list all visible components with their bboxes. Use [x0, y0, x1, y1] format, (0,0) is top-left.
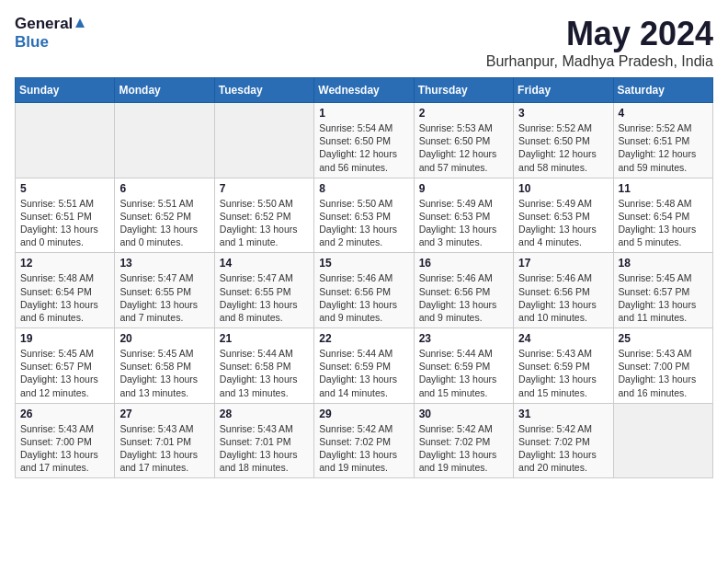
day-info: Sunrise: 5:44 AMSunset: 6:58 PMDaylight:…: [220, 347, 309, 399]
logo-triangle-icon: [75, 18, 85, 28]
table-row: 28Sunrise: 5:43 AMSunset: 7:01 PMDayligh…: [214, 403, 313, 478]
header: General Blue May 2024 Burhanpur, Madhya …: [15, 15, 713, 70]
calendar-week-row: 1Sunrise: 5:54 AMSunset: 6:50 PMDaylight…: [16, 103, 713, 178]
day-info: Sunrise: 5:54 AMSunset: 6:50 PMDaylight:…: [319, 121, 408, 174]
day-info: Sunrise: 5:45 AMSunset: 6:57 PMDaylight:…: [20, 347, 109, 399]
table-row: 27Sunrise: 5:43 AMSunset: 7:01 PMDayligh…: [115, 403, 214, 478]
day-info: Sunrise: 5:42 AMSunset: 7:02 PMDaylight:…: [319, 422, 408, 475]
calendar: Sunday Monday Tuesday Wednesday Thursday…: [15, 77, 713, 478]
table-row: 24Sunrise: 5:43 AMSunset: 6:59 PMDayligh…: [514, 328, 613, 404]
table-row: 2Sunrise: 5:53 AMSunset: 6:50 PMDaylight…: [414, 103, 513, 178]
table-row: 8Sunrise: 5:50 AMSunset: 6:53 PMDaylight…: [314, 178, 414, 253]
table-row: 14Sunrise: 5:47 AMSunset: 6:55 PMDayligh…: [214, 253, 313, 328]
logo-blue: Blue: [15, 33, 49, 52]
day-number: 15: [319, 257, 408, 270]
day-number: 16: [419, 257, 508, 270]
table-row: 22Sunrise: 5:44 AMSunset: 6:59 PMDayligh…: [314, 328, 414, 404]
day-info: Sunrise: 5:43 AMSunset: 6:59 PMDaylight:…: [518, 347, 608, 399]
day-info: Sunrise: 5:44 AMSunset: 6:59 PMDaylight:…: [419, 347, 508, 399]
day-info: Sunrise: 5:46 AMSunset: 6:56 PMDaylight:…: [319, 271, 408, 324]
day-number: 4: [619, 107, 708, 120]
table-row: 6Sunrise: 5:51 AMSunset: 6:52 PMDaylight…: [115, 178, 214, 253]
table-row: 15Sunrise: 5:46 AMSunset: 6:56 PMDayligh…: [314, 253, 414, 328]
day-info: Sunrise: 5:42 AMSunset: 7:02 PMDaylight:…: [419, 422, 508, 475]
table-row: 16Sunrise: 5:46 AMSunset: 6:56 PMDayligh…: [414, 253, 513, 328]
day-info: Sunrise: 5:43 AMSunset: 7:01 PMDaylight:…: [220, 422, 309, 475]
col-friday: Friday: [514, 78, 613, 103]
table-row: 1Sunrise: 5:54 AMSunset: 6:50 PMDaylight…: [314, 103, 414, 178]
col-tuesday: Tuesday: [214, 78, 313, 103]
table-row: 5Sunrise: 5:51 AMSunset: 6:51 PMDaylight…: [16, 178, 115, 253]
day-info: Sunrise: 5:48 AMSunset: 6:54 PMDaylight:…: [619, 197, 708, 249]
day-info: Sunrise: 5:42 AMSunset: 7:02 PMDaylight:…: [518, 422, 608, 475]
day-info: Sunrise: 5:49 AMSunset: 6:53 PMDaylight:…: [419, 197, 508, 249]
table-row: [214, 103, 313, 178]
table-row: 30Sunrise: 5:42 AMSunset: 7:02 PMDayligh…: [414, 403, 513, 478]
day-info: Sunrise: 5:47 AMSunset: 6:55 PMDaylight:…: [119, 271, 209, 324]
day-number: 19: [20, 332, 109, 345]
day-number: 12: [20, 257, 109, 270]
day-info: Sunrise: 5:47 AMSunset: 6:55 PMDaylight:…: [220, 271, 309, 324]
day-number: 10: [518, 182, 608, 195]
table-row: 21Sunrise: 5:44 AMSunset: 6:58 PMDayligh…: [214, 328, 313, 404]
day-info: Sunrise: 5:46 AMSunset: 6:56 PMDaylight:…: [518, 271, 608, 324]
table-row: 4Sunrise: 5:52 AMSunset: 6:51 PMDaylight…: [613, 103, 712, 178]
day-number: 22: [319, 332, 408, 345]
table-row: 26Sunrise: 5:43 AMSunset: 7:00 PMDayligh…: [16, 403, 115, 478]
table-row: 20Sunrise: 5:45 AMSunset: 6:58 PMDayligh…: [115, 328, 214, 404]
table-row: 31Sunrise: 5:42 AMSunset: 7:02 PMDayligh…: [514, 403, 613, 478]
day-number: 23: [419, 332, 508, 345]
table-row: [613, 403, 712, 478]
day-number: 28: [220, 408, 309, 420]
day-info: Sunrise: 5:43 AMSunset: 7:00 PMDaylight:…: [619, 347, 708, 399]
day-number: 14: [220, 257, 309, 270]
logo-general: General: [15, 15, 73, 33]
day-number: 24: [518, 332, 608, 345]
day-info: Sunrise: 5:48 AMSunset: 6:54 PMDaylight:…: [20, 271, 109, 324]
table-row: 13Sunrise: 5:47 AMSunset: 6:55 PMDayligh…: [115, 253, 214, 328]
table-row: 19Sunrise: 5:45 AMSunset: 6:57 PMDayligh…: [16, 328, 115, 404]
table-row: [16, 103, 115, 178]
calendar-week-row: 26Sunrise: 5:43 AMSunset: 7:00 PMDayligh…: [16, 403, 713, 478]
table-row: 3Sunrise: 5:52 AMSunset: 6:50 PMDaylight…: [514, 103, 613, 178]
day-number: 18: [619, 257, 708, 270]
calendar-week-row: 5Sunrise: 5:51 AMSunset: 6:51 PMDaylight…: [16, 178, 713, 253]
day-number: 20: [119, 332, 209, 345]
col-wednesday: Wednesday: [314, 78, 414, 103]
table-row: 10Sunrise: 5:49 AMSunset: 6:53 PMDayligh…: [514, 178, 613, 253]
day-info: Sunrise: 5:52 AMSunset: 6:50 PMDaylight:…: [518, 121, 608, 174]
day-number: 21: [220, 332, 309, 345]
day-number: 13: [119, 257, 209, 270]
day-number: 9: [419, 182, 508, 195]
day-info: Sunrise: 5:51 AMSunset: 6:52 PMDaylight:…: [119, 197, 209, 249]
day-number: 31: [518, 408, 608, 420]
day-info: Sunrise: 5:50 AMSunset: 6:52 PMDaylight:…: [220, 197, 309, 249]
day-number: 26: [20, 408, 109, 420]
day-number: 27: [119, 408, 209, 420]
col-monday: Monday: [115, 78, 214, 103]
day-info: Sunrise: 5:43 AMSunset: 7:01 PMDaylight:…: [119, 422, 209, 475]
day-info: Sunrise: 5:52 AMSunset: 6:51 PMDaylight:…: [619, 121, 708, 174]
table-row: 23Sunrise: 5:44 AMSunset: 6:59 PMDayligh…: [414, 328, 513, 404]
day-number: 30: [419, 408, 508, 420]
day-info: Sunrise: 5:50 AMSunset: 6:53 PMDaylight:…: [319, 197, 408, 249]
calendar-week-row: 12Sunrise: 5:48 AMSunset: 6:54 PMDayligh…: [16, 253, 713, 328]
day-number: 6: [119, 182, 209, 195]
day-info: Sunrise: 5:49 AMSunset: 6:53 PMDaylight:…: [518, 197, 608, 249]
day-number: 8: [319, 182, 408, 195]
table-row: [115, 103, 214, 178]
col-saturday: Saturday: [613, 78, 712, 103]
title-block: May 2024 Burhanpur, Madhya Pradesh, Indi…: [486, 15, 713, 70]
table-row: 9Sunrise: 5:49 AMSunset: 6:53 PMDaylight…: [414, 178, 513, 253]
day-number: 5: [20, 182, 109, 195]
table-row: 12Sunrise: 5:48 AMSunset: 6:54 PMDayligh…: [16, 253, 115, 328]
day-number: 1: [319, 107, 408, 120]
main-title: May 2024: [486, 15, 713, 53]
day-info: Sunrise: 5:44 AMSunset: 6:59 PMDaylight:…: [319, 347, 408, 399]
day-info: Sunrise: 5:45 AMSunset: 6:57 PMDaylight:…: [619, 271, 708, 324]
day-number: 7: [220, 182, 309, 195]
table-row: 11Sunrise: 5:48 AMSunset: 6:54 PMDayligh…: [613, 178, 712, 253]
day-info: Sunrise: 5:43 AMSunset: 7:00 PMDaylight:…: [20, 422, 109, 475]
table-row: 29Sunrise: 5:42 AMSunset: 7:02 PMDayligh…: [314, 403, 414, 478]
day-number: 25: [619, 332, 708, 345]
